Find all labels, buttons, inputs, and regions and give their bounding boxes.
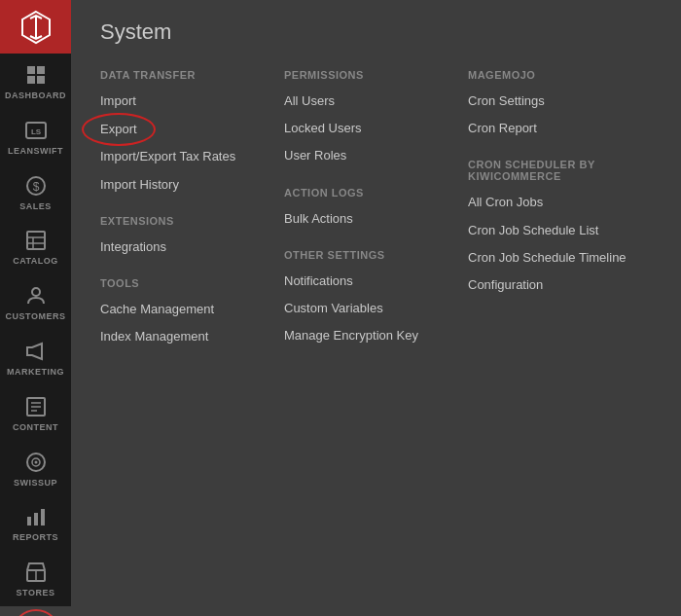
- reports-icon: [24, 505, 48, 528]
- customers-icon: [24, 284, 48, 308]
- sidebar-item-marketing-label: MARKETING: [7, 367, 64, 378]
- link-index-management[interactable]: Index Management: [100, 328, 265, 345]
- dashboard-icon: [24, 63, 48, 87]
- svg-rect-22: [34, 513, 38, 525]
- section-other-settings: Other Settings Notifications Custom Vari…: [284, 249, 448, 345]
- link-cron-report[interactable]: Cron Report: [468, 120, 632, 137]
- link-notifications[interactable]: Notifications: [284, 272, 448, 290]
- menu-grid: Data Transfer Import Export Import/Expor…: [100, 69, 652, 367]
- magento-icon: [18, 10, 54, 45]
- svg-rect-1: [37, 66, 45, 74]
- svg-rect-2: [27, 76, 35, 84]
- svg-point-20: [34, 460, 37, 463]
- svg-marker-13: [27, 344, 42, 359]
- link-integrations[interactable]: Integrations: [100, 238, 265, 256]
- stores-icon: [24, 561, 48, 584]
- section-data-transfer: Data Transfer Import Export Import/Expor…: [100, 69, 265, 194]
- section-other-settings-title: Other Settings: [284, 249, 448, 261]
- svg-rect-23: [41, 509, 45, 525]
- sidebar-item-catalog-label: CATALOG: [13, 256, 58, 267]
- menu-column-2: Permissions All Users Locked Users User …: [284, 69, 468, 367]
- link-custom-variables[interactable]: Custom Variables: [284, 300, 448, 317]
- section-cron-scheduler: Cron Scheduler by KiwiCommerce All Cron …: [468, 159, 632, 294]
- section-cron-scheduler-title: Cron Scheduler by KiwiCommerce: [468, 159, 632, 182]
- section-permissions: Permissions All Users Locked Users User …: [284, 69, 448, 165]
- svg-point-12: [32, 288, 40, 296]
- swissup-icon: [24, 451, 48, 474]
- link-import-export-tax-rates[interactable]: Import/Export Tax Rates: [100, 148, 265, 165]
- sidebar-item-customers[interactable]: CUSTOMERS: [0, 274, 71, 330]
- link-cron-job-schedule-timeline[interactable]: Cron Job Schedule Timeline: [468, 249, 632, 267]
- catalog-icon: [24, 229, 48, 252]
- menu-column-1: Data Transfer Import Export Import/Expor…: [100, 69, 284, 367]
- link-configuration[interactable]: Configuration: [468, 276, 632, 294]
- sidebar-item-leanswift-label: LEANSWIFT: [8, 146, 63, 157]
- content-icon: [24, 395, 48, 418]
- menu-column-3: MageMojo Cron Settings Cron Report Cron …: [468, 69, 652, 367]
- sidebar-item-reports-label: REPORTS: [13, 532, 58, 543]
- sidebar-item-customers-label: CUSTOMERS: [6, 311, 66, 322]
- magento-logo: [0, 0, 71, 54]
- sidebar-item-reports[interactable]: REPORTS: [0, 495, 71, 551]
- sidebar-item-stores-label: STORES: [17, 588, 55, 598]
- link-bulk-actions[interactable]: Bulk Actions: [284, 210, 448, 228]
- sidebar-item-dashboard-label: DASHBOARD: [5, 91, 66, 101]
- svg-rect-8: [27, 232, 45, 249]
- link-cache-management[interactable]: Cache Management: [100, 301, 265, 318]
- link-all-cron-jobs[interactable]: All Cron Jobs: [468, 194, 632, 211]
- svg-rect-3: [37, 76, 45, 84]
- sidebar-item-sales-label: SALES: [19, 201, 52, 212]
- sidebar-item-marketing[interactable]: MARKETING: [0, 330, 71, 385]
- link-manage-encryption-key[interactable]: Manage Encryption Key: [284, 327, 448, 344]
- page-title: System: [100, 19, 652, 45]
- link-all-users[interactable]: All Users: [284, 92, 448, 110]
- link-user-roles[interactable]: User Roles: [284, 147, 448, 164]
- sidebar-item-system[interactable]: SYSTEM: [0, 606, 71, 616]
- section-permissions-title: Permissions: [284, 69, 448, 81]
- svg-text:LS: LS: [30, 127, 41, 136]
- leanswift-icon: LS: [24, 119, 48, 142]
- section-magemojo-title: MageMojo: [468, 69, 632, 81]
- sidebar-item-content[interactable]: CONTENT: [0, 385, 71, 441]
- sidebar-item-content-label: CONTENT: [13, 422, 58, 433]
- sidebar-item-leanswift[interactable]: LS LEANSWIFT: [0, 109, 71, 164]
- sidebar-item-dashboard[interactable]: DASHBOARD: [0, 54, 71, 109]
- sidebar-item-stores[interactable]: STORES: [0, 551, 71, 606]
- sales-icon: $: [24, 174, 48, 198]
- link-locked-users[interactable]: Locked Users: [284, 120, 448, 137]
- link-cron-settings[interactable]: Cron Settings: [468, 92, 632, 110]
- svg-rect-21: [27, 517, 31, 525]
- sidebar: DASHBOARD LS LEANSWIFT $ SALES CATALOG: [0, 0, 71, 616]
- link-import[interactable]: Import: [100, 92, 265, 110]
- sidebar-item-swissup[interactable]: SWISSUP: [0, 441, 71, 496]
- section-magemojo: MageMojo Cron Settings Cron Report: [468, 69, 632, 137]
- link-import-history[interactable]: Import History: [100, 176, 265, 194]
- main-content: System Data Transfer Import Export Impor…: [71, 0, 681, 616]
- section-extensions: Extensions Integrations: [100, 215, 265, 256]
- sidebar-item-swissup-label: SWISSUP: [14, 478, 57, 489]
- link-cron-job-schedule-list[interactable]: Cron Job Schedule List: [468, 222, 632, 239]
- svg-text:$: $: [32, 180, 39, 194]
- section-action-logs-title: Action Logs: [284, 187, 448, 199]
- link-export[interactable]: Export: [100, 121, 137, 138]
- sidebar-item-catalog[interactable]: CATALOG: [0, 219, 71, 274]
- section-data-transfer-title: Data Transfer: [100, 69, 265, 81]
- section-extensions-title: Extensions: [100, 215, 265, 227]
- sidebar-item-sales[interactable]: $ SALES: [0, 164, 71, 220]
- svg-rect-0: [27, 66, 35, 74]
- section-tools-title: Tools: [100, 277, 265, 289]
- section-tools: Tools Cache Management Index Management: [100, 277, 265, 345]
- section-action-logs: Action Logs Bulk Actions: [284, 187, 448, 228]
- marketing-icon: [24, 340, 48, 363]
